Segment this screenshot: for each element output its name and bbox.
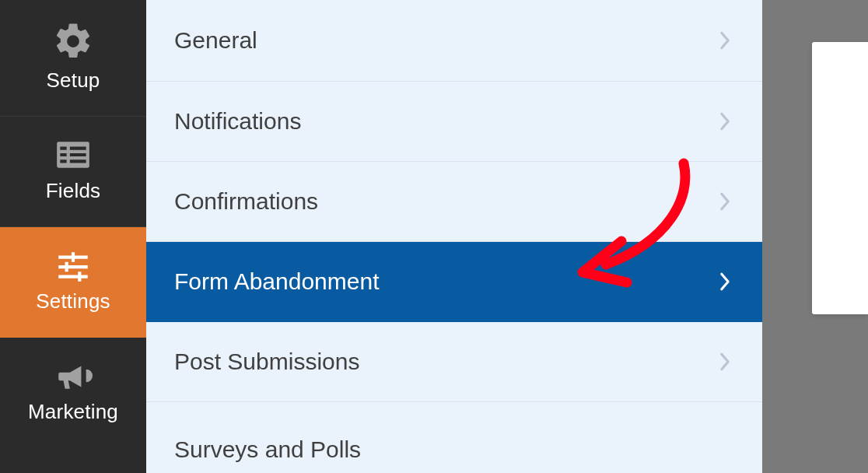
settings-row-confirmations[interactable]: Confirmations xyxy=(146,162,762,242)
sidebar-item-label: Marketing xyxy=(0,400,146,424)
sidebar-item-fields[interactable]: Fields xyxy=(0,117,146,227)
settings-row-label: Notifications xyxy=(174,108,301,135)
sidebar-item-label: Settings xyxy=(0,289,146,314)
settings-row-general[interactable]: General xyxy=(146,0,762,82)
settings-panel: General Notifications Confirmations Form… xyxy=(146,0,762,473)
chevron-right-icon xyxy=(717,114,733,129)
sidebar-item-label: Setup xyxy=(0,68,146,93)
app-root: Setup Fields Settings Marketing General xyxy=(0,0,868,473)
settings-row-label: Post Submissions xyxy=(174,349,359,375)
chevron-right-icon xyxy=(717,354,733,370)
settings-row-surveys-polls[interactable]: Surveys and Polls xyxy=(146,402,762,473)
megaphone-icon xyxy=(0,355,146,397)
background-gap xyxy=(762,0,812,473)
list-icon xyxy=(0,134,146,176)
sidebar-item-settings[interactable]: Settings xyxy=(0,227,146,338)
settings-row-form-abandonment[interactable]: Form Abandonment xyxy=(146,242,762,322)
settings-row-label: Form Abandonment xyxy=(174,268,379,295)
settings-row-label: General xyxy=(174,27,257,54)
sidebar-item-label: Fields xyxy=(0,179,146,203)
chevron-right-icon xyxy=(717,274,733,289)
chevron-right-icon xyxy=(717,33,733,48)
chevron-right-icon xyxy=(717,194,733,209)
sidebar: Setup Fields Settings Marketing xyxy=(0,0,146,473)
settings-row-label: Confirmations xyxy=(174,188,318,215)
preview-card xyxy=(812,42,868,314)
settings-row-notifications[interactable]: Notifications xyxy=(146,82,762,162)
sliders-icon xyxy=(0,244,146,286)
settings-row-label: Surveys and Polls xyxy=(174,436,361,463)
sidebar-item-setup[interactable]: Setup xyxy=(0,0,146,117)
sidebar-item-marketing[interactable]: Marketing xyxy=(0,338,146,447)
gear-icon xyxy=(0,17,146,65)
chevron-right-icon xyxy=(717,436,733,452)
settings-row-post-submissions[interactable]: Post Submissions xyxy=(146,322,762,402)
